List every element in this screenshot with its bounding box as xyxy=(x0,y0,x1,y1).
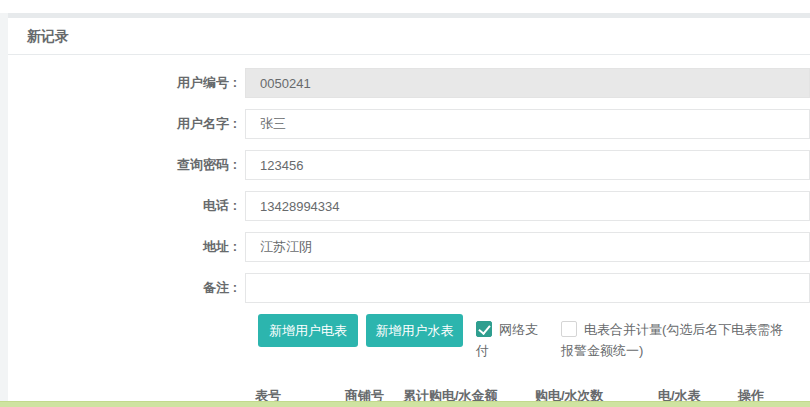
actions-row: 新增用户电表 新增用户水表 网络支付 电表合并计量(勾选后名下电表需将报警金额统… xyxy=(258,314,810,361)
query-password-label: 查询密码 : xyxy=(8,156,237,174)
address-label: 地址 : xyxy=(8,238,237,256)
address-field[interactable] xyxy=(245,232,810,262)
page-left-gutter xyxy=(0,13,8,401)
form-row-remark: 备注 : xyxy=(8,273,810,303)
page: 新记录 用户编号 : 用户名字 : 查询密码 : 电话 : 地址 : xyxy=(0,0,810,407)
panel-title: 新记录 xyxy=(8,18,810,55)
query-password-field[interactable] xyxy=(245,150,810,180)
new-record-panel: 新记录 用户编号 : 用户名字 : 查询密码 : 电话 : 地址 : xyxy=(8,18,810,401)
meter-merge-checkbox[interactable] xyxy=(561,321,577,337)
add-water-meter-button[interactable]: 新增用户水表 xyxy=(366,314,463,347)
meter-merge-label: 电表合并计量(勾选后名下电表需将报警金额统一) xyxy=(561,322,783,358)
form-row-query-password: 查询密码 : xyxy=(8,150,810,180)
form-row-phone: 电话 : xyxy=(8,191,810,221)
phone-field[interactable] xyxy=(245,191,810,221)
user-id-label: 用户编号 : xyxy=(8,74,237,92)
remark-label: 备注 : xyxy=(8,279,237,297)
user-id-field xyxy=(245,68,810,98)
form-row-user-id: 用户编号 : xyxy=(8,68,810,98)
form-row-user-name: 用户名字 : xyxy=(8,109,810,139)
phone-label: 电话 : xyxy=(8,197,237,215)
bottom-green-strip xyxy=(0,401,810,407)
network-payment-option: 网络支付 xyxy=(476,319,544,361)
add-electric-meter-button[interactable]: 新增用户电表 xyxy=(258,314,358,347)
panel-body: 用户编号 : 用户名字 : 查询密码 : 电话 : 地址 : 备注 : xyxy=(8,55,810,407)
network-payment-checkbox[interactable] xyxy=(476,321,492,337)
user-name-label: 用户名字 : xyxy=(8,115,237,133)
form-row-address: 地址 : xyxy=(8,232,810,262)
meter-merge-option: 电表合并计量(勾选后名下电表需将报警金额统一) xyxy=(561,319,795,361)
remark-field[interactable] xyxy=(245,273,810,303)
user-name-field[interactable] xyxy=(245,109,810,139)
